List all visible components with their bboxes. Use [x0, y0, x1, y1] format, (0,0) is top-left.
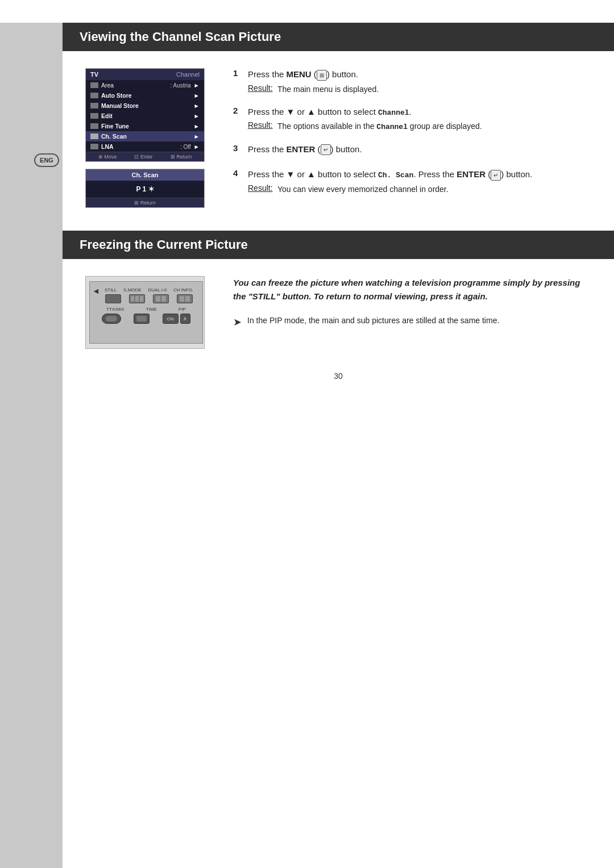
freeze-intro-text: You can freeze the picture when watching… — [233, 276, 591, 303]
smode-sub2 — [135, 296, 139, 302]
btn-row2: ON ∧ — [96, 314, 197, 324]
btn-chinfo — [177, 294, 193, 303]
item-label-chscan: Ch. Scan — [101, 133, 194, 140]
btn-time — [134, 314, 150, 324]
item-arrow-area: ► — [194, 82, 200, 89]
item-icon-lna — [90, 144, 98, 149]
channel-label: Channel — [176, 71, 200, 78]
item-icon-area — [90, 82, 98, 88]
step-2: 2 Press the ▼ or ▲ button to select Chan… — [233, 106, 591, 133]
btn-still — [105, 294, 121, 303]
step-4-result-text: You can view every memorized channel in … — [277, 183, 449, 195]
freeze-left-col: ◄ STILL S.MODE DUAL I-II CH INFO. — [85, 276, 216, 349]
menu-item-lna: LNA : Off ► — [86, 141, 204, 152]
step-1-result: Result: The main menu is displayed. — [248, 84, 591, 95]
step-1: 1 Press the MENU (⊞) button. Result: The… — [233, 68, 591, 95]
page-number: 30 — [85, 372, 591, 381]
step-3-content: Press the ENTER (↵) button. — [248, 143, 591, 158]
note-block: ➤ In the PIP mode, the main and sub pict… — [233, 315, 591, 328]
section2-content: ◄ STILL S.MODE DUAL I-II CH INFO. — [85, 276, 591, 349]
btn-dual — [153, 294, 169, 303]
note-arrow-icon: ➤ — [233, 316, 242, 328]
item-icon-chscan — [90, 133, 98, 139]
item-arrow-edit: ► — [194, 112, 200, 119]
menu-item-chscan: Ch. Scan ► — [86, 131, 204, 141]
tv-menu-area: TV Channel Area : Austria ► Auto Store — [85, 68, 216, 208]
btn-pip-on: ON — [163, 314, 179, 324]
section1-content: TV Channel Area : Austria ► Auto Store — [85, 68, 591, 208]
menu-item-autostore: Auto Store ► — [86, 90, 204, 101]
freeze-section: Freezing the Current Picture ◄ STILL S.M… — [85, 231, 591, 349]
item-arrow-finetune: ► — [194, 123, 200, 130]
lbl-ttxmix: TTX/MIX — [106, 307, 125, 312]
menu-item-area: Area : Austria ► — [86, 80, 204, 90]
step-4-content: Press the ▼ or ▲ button to select Ch. Sc… — [248, 168, 591, 195]
step-1-result-text: The main menu is displayed. — [277, 84, 379, 95]
chinfo-sub1 — [180, 296, 184, 302]
ch-scan-menu: Ch. Scan P 1 ✶ ⊞ Return — [85, 169, 205, 208]
item-icon-finetune — [90, 123, 98, 129]
dual-sub2 — [161, 296, 166, 302]
step-4-result-label: Result: — [248, 183, 274, 195]
item-arrow-chscan: ► — [194, 133, 200, 140]
ch-scan-header: Ch. Scan — [86, 169, 204, 181]
remote-visual: ◄ STILL S.MODE DUAL I-II CH INFO. — [89, 281, 203, 344]
enter-btn-icon-4: ↵ — [491, 170, 501, 181]
lbl-smode: S.MODE — [123, 287, 142, 293]
menu-item-finetune: Fine Tune ► — [86, 121, 204, 131]
item-value-area: : Austria — [170, 82, 190, 89]
btn-pip-up: ∧ — [180, 314, 190, 324]
item-arrow-autostore: ► — [194, 92, 200, 99]
section2-title: Freezing the Current Picture — [63, 231, 614, 259]
remote-buttons-image: ◄ STILL S.MODE DUAL I-II CH INFO. — [85, 276, 205, 349]
item-icon-manualstore — [90, 103, 98, 108]
ch-scan-body: P 1 ✶ — [86, 181, 204, 198]
footer-return: ⊞ Return — [171, 154, 192, 160]
tv-channel-menu: TV Channel Area : Austria ► Auto Store — [85, 68, 205, 162]
enter-btn-icon-3: ↵ — [321, 144, 331, 155]
step-4-result: Result: You can view every memorized cha… — [248, 183, 591, 195]
ttx-inner — [106, 316, 117, 322]
step-3: 3 Press the ENTER (↵) button. — [233, 143, 591, 158]
step-4-number: 4 — [233, 168, 242, 195]
note-text: In the PIP mode, the main and sub pictur… — [247, 315, 499, 327]
btn-row1 — [101, 294, 197, 303]
menu-btn-icon: ⊞ — [317, 70, 327, 81]
menu-item-edit: Edit ► — [86, 111, 204, 121]
step-2-content: Press the ▼ or ▲ button to select Channe… — [248, 106, 591, 133]
left-sidebar — [0, 23, 63, 868]
smode-sub3 — [140, 296, 143, 302]
btn-smode — [129, 294, 145, 303]
tv-menu-header: TV Channel — [86, 69, 204, 80]
item-label-manualstore: Manual Store — [101, 102, 194, 109]
item-value-lna: : Off — [180, 144, 191, 150]
item-label-lna: LNA — [101, 143, 180, 150]
chinfo-sub2 — [185, 296, 190, 302]
item-label-finetune: Fine Tune — [101, 123, 194, 130]
btn-labels-row1: STILL S.MODE DUAL I-II CH INFO. — [101, 287, 197, 293]
tv-label: TV — [90, 71, 98, 78]
menu-item-manualstore: Manual Store ► — [86, 101, 204, 111]
footer-enter: ⊡ Enter — [134, 154, 152, 160]
step-2-text: Press the ▼ or ▲ button to select Channe… — [248, 106, 591, 119]
lbl-still: STILL — [105, 287, 117, 293]
step-3-number: 3 — [233, 143, 242, 158]
item-label-autostore: Auto Store — [101, 92, 194, 99]
eng-badge: ENG — [34, 153, 59, 167]
step-4: 4 Press the ▼ or ▲ button to select Ch. … — [233, 168, 591, 195]
arrow-left-indicator: ◄ — [92, 286, 100, 295]
step-1-number: 1 — [233, 68, 242, 95]
item-label-area: Area — [101, 82, 170, 89]
step-1-content: Press the MENU (⊞) button. Result: The m… — [248, 68, 591, 95]
page-container: ENG Viewing the Channel Scan Picture TV … — [0, 23, 614, 868]
freeze-right-col: You can freeze the picture when watching… — [233, 276, 591, 349]
item-icon-autostore — [90, 93, 98, 98]
main-content: Viewing the Channel Scan Picture TV Chan… — [63, 23, 614, 381]
item-arrow-lna: ► — [194, 143, 200, 150]
dual-sub1 — [156, 296, 160, 302]
smode-sub1 — [131, 296, 134, 302]
step-2-result-label: Result: — [248, 120, 274, 133]
footer-move: ⊕ Move — [98, 154, 117, 160]
item-icon-edit — [90, 113, 98, 119]
tv-menu-footer: ⊕ Move ⊡ Enter ⊞ Return — [86, 152, 204, 161]
